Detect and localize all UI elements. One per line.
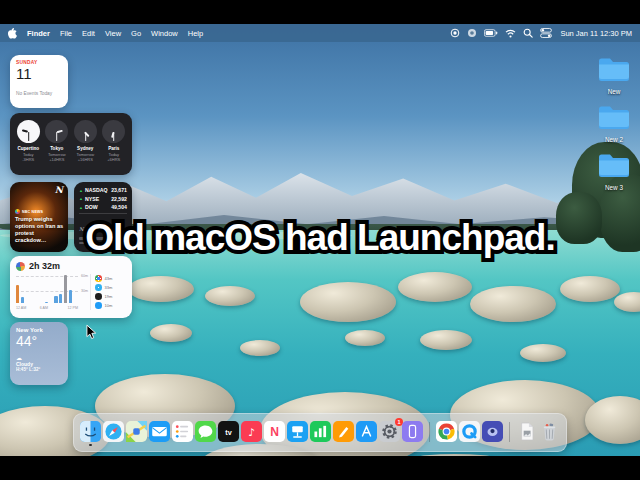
dock-item-messages[interactable] bbox=[195, 421, 216, 442]
dock-item-appletv[interactable]: tv bbox=[218, 421, 239, 442]
app-usage-row: 33m bbox=[95, 284, 126, 291]
svg-text:tv: tv bbox=[225, 428, 231, 437]
usage-bar bbox=[54, 296, 57, 303]
control-center-icon[interactable] bbox=[540, 28, 552, 38]
dock-item-safari[interactable] bbox=[103, 421, 124, 442]
wifi-icon[interactable] bbox=[505, 29, 516, 38]
dock-item-trash[interactable] bbox=[539, 421, 560, 442]
spotlight-icon[interactable] bbox=[523, 28, 533, 38]
battery-icon[interactable] bbox=[484, 29, 498, 37]
letterbox-bottom bbox=[0, 456, 640, 480]
news-icon: N bbox=[264, 421, 285, 442]
usage-bar bbox=[45, 302, 48, 304]
mouse-cursor bbox=[86, 324, 97, 345]
maps-icon bbox=[126, 421, 147, 442]
menu-window[interactable]: Window bbox=[151, 29, 178, 38]
news-publisher-mark: N bbox=[55, 185, 63, 195]
world-clock-paris: ParisToday+6HRS bbox=[100, 120, 128, 162]
calendar-day-number: 11 bbox=[16, 65, 62, 82]
usage-bar bbox=[16, 285, 19, 303]
dock-item-pages[interactable] bbox=[333, 421, 354, 442]
clock-city: Paris bbox=[108, 146, 119, 151]
menu-edit[interactable]: Edit bbox=[82, 29, 95, 38]
desktop-folder-new[interactable]: New bbox=[592, 55, 636, 95]
menu-extra-icon[interactable] bbox=[467, 28, 477, 38]
svg-text:♪: ♪ bbox=[248, 426, 255, 438]
menu-file[interactable]: File bbox=[60, 29, 72, 38]
wallpaper-rock bbox=[205, 286, 255, 306]
menu-finder[interactable]: Finder bbox=[27, 29, 50, 38]
dock-item-document[interactable] bbox=[516, 421, 537, 442]
app-usage-duration: 10m bbox=[105, 303, 113, 308]
safari-mini-icon bbox=[95, 284, 102, 291]
dock-item-settings[interactable]: 1 bbox=[379, 421, 400, 442]
screen-time-widget[interactable]: 2h 32m 60m 30m 12 AM 6 AM 12 PM 43m33m19 bbox=[10, 256, 132, 318]
clock-offset: +16HRS bbox=[78, 157, 93, 162]
clock-face bbox=[45, 120, 68, 143]
usage-bar bbox=[59, 294, 62, 303]
calendar-widget[interactable]: SUNDAY 11 No Events Today bbox=[10, 55, 68, 108]
nbc-peacock-icon bbox=[15, 209, 20, 214]
dock-item-appstore[interactable] bbox=[356, 421, 377, 442]
stock-row-nasdaq: ▲NASDAQ23,671 bbox=[79, 187, 127, 193]
weather-temperature: 44° bbox=[16, 333, 62, 349]
dock-item-news[interactable]: N bbox=[264, 421, 285, 442]
stock-up-arrow-icon: ▲ bbox=[79, 188, 83, 193]
dock-item-quicktime[interactable] bbox=[459, 421, 480, 442]
dock-item-numbers[interactable] bbox=[310, 421, 331, 442]
dock-item-reminders[interactable] bbox=[172, 421, 193, 442]
folder-label: New 3 bbox=[605, 184, 623, 191]
safari-icon bbox=[103, 421, 124, 442]
app-usage-duration: 33m bbox=[105, 285, 113, 290]
usage-bar bbox=[64, 275, 67, 303]
screen-time-chart: 60m 30m 12 AM 6 AM 12 PM bbox=[16, 274, 88, 310]
weather-high-low: H:45° L:32° bbox=[16, 367, 62, 372]
dock-item-photobooth[interactable] bbox=[482, 421, 503, 442]
desktop-folder-new-2[interactable]: New 2 bbox=[592, 103, 636, 143]
dock-item-chrome[interactable] bbox=[436, 421, 457, 442]
dock-item-finder[interactable] bbox=[80, 421, 101, 442]
appstore-icon bbox=[356, 421, 377, 442]
dock-item-mail[interactable] bbox=[149, 421, 170, 442]
clock-city: Sydney bbox=[77, 146, 93, 151]
desktop-folder-new-3[interactable]: New 3 bbox=[592, 151, 636, 191]
stock-up-arrow-icon: ▲ bbox=[79, 205, 83, 210]
clock-face bbox=[74, 120, 97, 143]
folder-label: New bbox=[608, 88, 621, 95]
stock-symbol: NASDAQ bbox=[85, 187, 107, 193]
wallpaper-rock bbox=[300, 282, 396, 322]
x-axis-label: 6 AM bbox=[40, 306, 48, 310]
apple-menu-icon[interactable] bbox=[8, 27, 18, 39]
menu-go[interactable]: Go bbox=[131, 29, 141, 38]
x-axis-label: 12 PM bbox=[68, 306, 78, 310]
dock-item-music[interactable]: ♪ bbox=[241, 421, 262, 442]
y-axis-label: 30m bbox=[81, 289, 88, 293]
clock-offset: -3HRS bbox=[22, 157, 34, 162]
world-clock-widget[interactable]: CupertinoToday-3HRSTokyoTomorrow+14HRSSy… bbox=[10, 113, 132, 175]
usage-bar bbox=[69, 290, 72, 303]
dock-item-maps[interactable] bbox=[126, 421, 147, 442]
app-usage-row: 19m bbox=[95, 293, 126, 300]
dock-item-keynote[interactable] bbox=[287, 421, 308, 442]
menu-bar-clock[interactable]: Sun Jan 11 12:30 PM bbox=[560, 29, 632, 38]
music-icon: ♪ bbox=[241, 421, 262, 442]
tv-mini-icon bbox=[95, 293, 102, 300]
video-frame: FinderFileEditViewGoWindowHelp Sun Jan 1… bbox=[0, 0, 640, 480]
clock-city: Cupertino bbox=[17, 146, 39, 151]
weather-widget[interactable]: New York 44° ☁ Cloudy H:45° L:32° bbox=[10, 322, 68, 385]
folder-label: New 2 bbox=[605, 136, 623, 143]
finder-icon bbox=[80, 421, 101, 442]
messages-icon bbox=[195, 421, 216, 442]
letterbox-top bbox=[0, 0, 640, 24]
appstore-mini-icon bbox=[95, 302, 102, 309]
menu-view[interactable]: View bbox=[105, 29, 121, 38]
dock-item-iphone-mirroring[interactable] bbox=[402, 421, 423, 442]
caption-text: Old macOS had Launchpad. bbox=[85, 217, 554, 258]
menu-help[interactable]: Help bbox=[188, 29, 203, 38]
app-usage-duration: 43m bbox=[105, 276, 113, 281]
screen-recording-icon[interactable] bbox=[450, 28, 460, 38]
wallpaper-rock bbox=[470, 286, 556, 322]
iphone-mirroring-icon bbox=[402, 421, 423, 442]
clock-city: Tokyo bbox=[50, 146, 63, 151]
wallpaper-rock bbox=[560, 276, 620, 302]
